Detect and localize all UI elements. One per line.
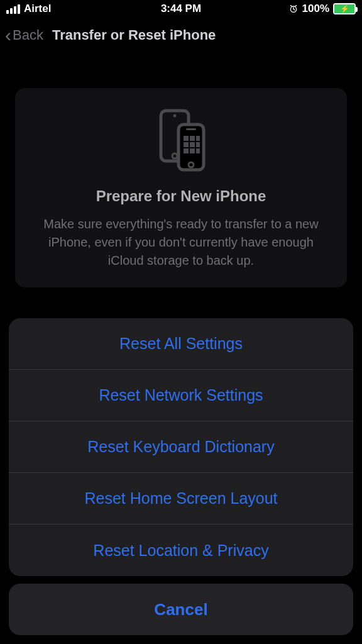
svg-point-3 [172,153,177,158]
svg-rect-10 [184,142,189,147]
alarm-icon [288,4,299,14]
reset-network-settings-button[interactable]: Reset Network Settings [9,370,353,421]
svg-rect-14 [190,148,195,153]
svg-rect-15 [196,148,200,153]
status-bar: Airtel 3:44 PM 100% ⚡ [0,0,362,18]
svg-rect-5 [186,128,196,130]
reset-location-privacy-button[interactable]: Reset Location & Privacy [9,525,353,576]
battery-icon: ⚡ [333,3,356,14]
phones-icon [31,107,331,176]
status-right: 100% ⚡ [288,3,356,15]
back-button[interactable]: ‹ Back [5,26,43,45]
svg-rect-12 [196,142,200,147]
status-left: Airtel [6,3,51,15]
reset-home-screen-layout-button[interactable]: Reset Home Screen Layout [9,473,353,525]
signal-icon [6,4,20,14]
carrier-label: Airtel [24,3,51,15]
reset-keyboard-dictionary-button[interactable]: Reset Keyboard Dictionary [9,421,353,473]
prepare-card: Prepare for New iPhone Make sure everyth… [15,88,347,287]
cancel-button[interactable]: Cancel [9,584,353,635]
battery-percent: 100% [302,3,329,15]
reset-action-sheet: Reset All Settings Reset Network Setting… [9,318,353,635]
svg-rect-9 [196,136,200,141]
page-title: Transfer or Reset iPhone [52,27,216,43]
sheet-options-group: Reset All Settings Reset Network Setting… [9,318,353,576]
svg-rect-7 [184,136,189,141]
svg-rect-8 [190,136,195,141]
svg-rect-13 [184,148,189,153]
reset-all-settings-button[interactable]: Reset All Settings [9,318,353,370]
svg-rect-11 [190,142,195,147]
back-label: Back [13,27,43,43]
card-description: Make sure everything's ready to transfer… [31,215,331,270]
status-time: 3:44 PM [161,3,201,15]
card-title: Prepare for New iPhone [31,187,331,205]
chevron-left-icon: ‹ [5,26,11,45]
charging-icon: ⚡ [340,5,349,13]
nav-bar: ‹ Back Transfer or Reset iPhone [0,18,362,53]
svg-point-2 [173,114,177,118]
